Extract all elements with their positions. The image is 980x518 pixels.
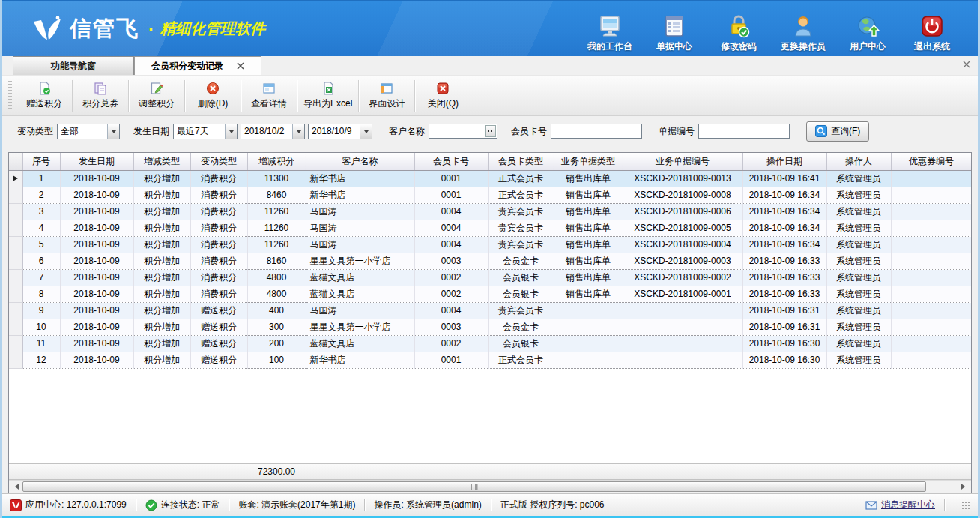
resize-grip[interactable] [961, 501, 970, 510]
horizontal-scrollbar[interactable] [9, 480, 971, 493]
tabstrip-close-icon[interactable] [963, 61, 970, 68]
gift-points-button[interactable]: 赠送积分 [16, 79, 72, 113]
column-header[interactable]: 客户名称 [306, 153, 414, 170]
toolbar-button-label: 赠送积分 [26, 97, 62, 110]
column-header[interactable]: 序号 [22, 153, 60, 170]
nav-item-user-center[interactable]: 用户中心 [835, 14, 900, 53]
toolbar-grip[interactable] [8, 81, 12, 111]
tab-member-points-records[interactable]: 会员积分变动记录 [134, 56, 261, 75]
table-row[interactable]: 32018-10-09积分增加消费积分11260马国涛0004贵宾会员卡销售出库… [9, 203, 972, 220]
change-type-dropdown[interactable]: 全部 [57, 124, 120, 139]
query-button[interactable]: 查询(F) [806, 121, 869, 142]
row-selector-cell[interactable] [9, 170, 22, 187]
column-header[interactable]: 增减积分 [247, 153, 306, 170]
nav-item-document-center[interactable]: 单据中心 [642, 14, 707, 53]
table-row[interactable]: 42018-10-09积分增加消费积分11260马国涛0004贵宾会员卡销售出库… [9, 220, 972, 236]
query-button-label: 查询(F) [831, 125, 860, 138]
column-header[interactable]: 操作日期 [742, 153, 826, 170]
table-row[interactable]: 52018-10-09积分增加消费积分11260马国涛0004贵宾会员卡销售出库… [9, 236, 972, 253]
nav-item-exit-system[interactable]: 退出系统 [900, 14, 964, 53]
column-header[interactable]: 会员卡类型 [488, 153, 554, 170]
app-logo-small-icon [10, 499, 22, 511]
chevron-down-icon[interactable] [107, 124, 119, 139]
connection-text: 连接状态: 正常 [161, 499, 220, 511]
scroll-left-icon[interactable] [9, 481, 22, 493]
column-header[interactable]: 业务单据类型 [554, 153, 623, 170]
date-to-picker[interactable]: 2018/10/9 [308, 124, 372, 139]
nav-item-my-workstation[interactable]: 我的工作台 [578, 14, 642, 53]
nav-label: 我的工作台 [587, 40, 632, 53]
card-number-input[interactable] [551, 124, 642, 139]
doc-number-input[interactable] [698, 124, 790, 139]
table-row[interactable]: 62018-10-09积分增加消费积分8160星星文具第一小学店0003会员金卡… [9, 253, 972, 269]
row-selector-cell[interactable] [9, 220, 22, 236]
table-row[interactable]: 22018-10-09积分增加消费积分8460新华书店0001正式会员卡销售出库… [9, 187, 972, 203]
row-selector-cell[interactable] [9, 286, 22, 302]
date-to-value: 2018/10/9 [312, 126, 357, 136]
row-selector-cell[interactable] [9, 236, 22, 253]
table-row[interactable]: 112018-10-09积分增加赠送积分200蓝猫文具店0002会员银卡2018… [9, 335, 972, 352]
row-selector-cell[interactable] [9, 302, 22, 319]
table-cell: 销售出库单 [554, 170, 623, 187]
table-cell: 系统管理员 [826, 335, 891, 352]
column-header[interactable]: 业务单据编号 [623, 153, 742, 170]
table-cell: 11300 [247, 170, 306, 187]
row-selector-cell[interactable] [9, 335, 22, 352]
browse-ellipsis-icon[interactable] [485, 125, 496, 137]
status-bar: 应用中心: 127.0.0.1:7099 连接状态: 正常 账套: 演示账套(2… [2, 493, 978, 516]
column-header[interactable]: 发生日期 [60, 153, 133, 170]
table-row[interactable]: 102018-10-09积分增加赠送积分300星星文具第一小学店0003会员金卡… [9, 319, 972, 335]
row-selector-cell[interactable] [9, 187, 22, 203]
table-cell: 积分增加 [133, 269, 190, 286]
table-cell: 11260 [247, 236, 306, 253]
column-header[interactable]: 会员卡号 [414, 153, 488, 170]
row-selector-cell[interactable] [9, 269, 22, 286]
brand-name: 信管飞 [70, 14, 139, 44]
export-excel-button[interactable]: 导出为Excel [297, 79, 358, 113]
column-header[interactable]: 操作人 [826, 153, 891, 170]
table-cell: 2018-10-09 [60, 253, 133, 269]
date-from-picker[interactable]: 2018/10/2 [241, 124, 305, 139]
tab-function-navigator[interactable]: 功能导航窗 [13, 56, 134, 75]
column-header[interactable]: 变动类型 [190, 153, 247, 170]
adjust-points-button[interactable]: 调整积分 [129, 79, 184, 113]
table-cell: 蓝猫文具店 [306, 335, 414, 352]
table-row[interactable]: 92018-10-09积分增加赠送积分400马国涛0004贵宾会员卡2018-1… [9, 302, 972, 319]
table-cell: 4800 [247, 286, 306, 302]
nav-label: 单据中心 [656, 40, 692, 53]
brand: 信管飞 · 精细化管理软件 [31, 14, 265, 44]
table-row[interactable]: 12018-10-09积分增加消费积分11300新华书店0001正式会员卡销售出… [9, 170, 972, 187]
customer-name-field [429, 124, 497, 139]
ui-design-button[interactable]: 界面设计 [359, 79, 414, 113]
nav-item-switch-operator[interactable]: 更换操作员 [771, 14, 835, 53]
chevron-down-icon[interactable] [360, 124, 372, 139]
table-cell: 2018-10-09 [60, 319, 133, 335]
scrollbar-thumb[interactable] [22, 481, 926, 492]
row-selector-cell[interactable] [9, 319, 22, 335]
table-row[interactable]: 72018-10-09积分增加消费积分4800蓝猫文具店0002会员银卡销售出库… [9, 269, 972, 286]
delete-button[interactable]: 删除(D) [185, 79, 241, 113]
chevron-down-icon[interactable] [225, 124, 237, 139]
tab-close-icon[interactable] [237, 62, 244, 70]
row-selector-cell[interactable] [9, 352, 22, 368]
table-cell: 星星文具第一小学店 [306, 319, 414, 335]
table-row[interactable]: 122018-10-09积分增加赠送积分100新华书店0001正式会员卡2018… [9, 352, 972, 368]
date-period-dropdown[interactable]: 最近7天 [173, 124, 238, 139]
points-to-coupon-button[interactable]: 积分兑券 [73, 79, 128, 113]
close-button[interactable]: 关闭(Q) [415, 79, 471, 113]
table-row[interactable]: 82018-10-09积分增加消费积分4800蓝猫文具店0002会员银卡销售出库… [9, 286, 972, 302]
workstation-icon [598, 14, 622, 38]
row-selector-cell[interactable] [9, 203, 22, 220]
table-cell [554, 352, 623, 368]
nav-item-change-password[interactable]: 修改密码 [707, 14, 771, 53]
row-selector-cell[interactable] [9, 253, 22, 269]
view-details-button[interactable]: 查看详情 [241, 79, 297, 113]
column-header[interactable]: 优惠券编号 [891, 153, 972, 170]
chevron-down-icon[interactable] [292, 124, 304, 139]
table-cell: 6 [22, 253, 60, 269]
scroll-right-icon[interactable] [958, 481, 971, 493]
message-center-link[interactable]: 消息提醒中心 [881, 499, 935, 511]
column-header[interactable]: 增减类型 [133, 153, 190, 170]
table-cell [891, 335, 972, 352]
nav-label: 修改密码 [721, 40, 757, 53]
